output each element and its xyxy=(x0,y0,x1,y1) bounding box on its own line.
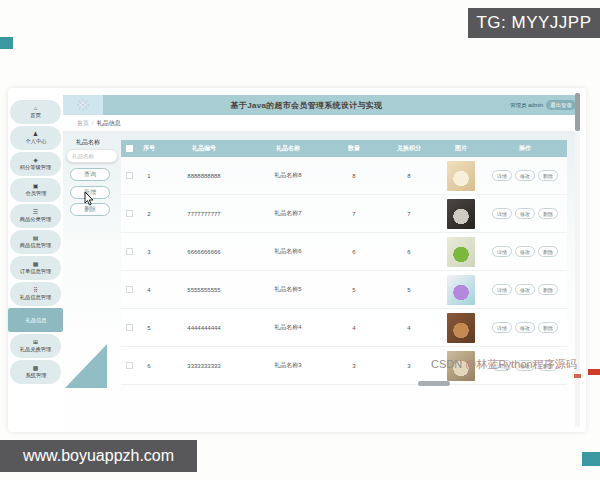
sidebar-item[interactable]: ⠿ 礼品信息管理 xyxy=(10,282,61,306)
sidebar-item-label: 礼品信息 xyxy=(25,317,46,324)
logged-in-user-label: 管理员 admin xyxy=(510,102,543,109)
gift-table: 序号 礼品编号 礼品名称 数量 兑换积分 图片 操作 1 8888888888 … xyxy=(121,140,567,385)
cell-gift-code: 5555555555 xyxy=(161,287,247,293)
row-checkbox[interactable] xyxy=(126,362,133,369)
member-icon: ▣ xyxy=(33,183,39,190)
mouse-cursor xyxy=(84,192,95,210)
vertical-scrollbar-thumb[interactable] xyxy=(575,93,580,131)
table-body: 1 8888888888 礼品名称8 8 8 详情修改删除 2 77777777… xyxy=(121,157,567,385)
row-detail-button[interactable]: 详情 xyxy=(492,208,512,219)
cell-index: 6 xyxy=(137,363,161,369)
row-delete-button[interactable]: 删除 xyxy=(538,284,558,295)
goods-icon: ▤ xyxy=(33,235,39,242)
cell-quantity: 8 xyxy=(329,173,379,179)
sidebar-item[interactable]: ▦ 订单信息管理 xyxy=(10,256,61,280)
sidebar-item[interactable]: ⌂ 首页 xyxy=(10,100,61,124)
table-header-row: 序号 礼品编号 礼品名称 数量 兑换积分 图片 操作 xyxy=(121,140,567,157)
cell-operations: 详情修改删除 xyxy=(483,246,567,257)
row-checkbox[interactable] xyxy=(126,172,133,179)
row-checkbox[interactable] xyxy=(126,248,133,255)
row-delete-button[interactable]: 删除 xyxy=(538,322,558,333)
sidebar-item-label: 积分等级管理 xyxy=(20,164,51,171)
points-level-icon: ◈ xyxy=(33,157,38,164)
horizontal-scrollbar-thumb[interactable] xyxy=(418,381,450,386)
logout-button[interactable]: 退出登录 xyxy=(546,100,576,110)
app-logo xyxy=(63,95,103,115)
cell-quantity: 4 xyxy=(329,325,379,331)
row-checkbox[interactable] xyxy=(126,210,133,217)
row-edit-button[interactable]: 修改 xyxy=(515,170,535,181)
gift-photo-dark-plate[interactable] xyxy=(447,199,475,229)
col-quantity: 数量 xyxy=(329,144,379,153)
col-gift-code: 礼品编号 xyxy=(161,144,247,153)
cell-index: 5 xyxy=(137,325,161,331)
cell-quantity: 3 xyxy=(329,363,379,369)
sidebar-item[interactable]: ▩ 系统管理 xyxy=(10,360,61,384)
breadcrumb-separator: / xyxy=(92,120,94,126)
row-checkbox[interactable] xyxy=(126,324,133,331)
cell-points: 5 xyxy=(379,287,439,293)
gift-photo-candle[interactable] xyxy=(447,161,475,191)
cell-points: 7 xyxy=(379,211,439,217)
select-all-checkbox[interactable] xyxy=(126,145,133,152)
page: TG: MYYJJPP ⌂ 首页 ♟ 个人中心 ◈ 积分等级管理 ▣ 会员管理 … xyxy=(0,0,600,480)
row-detail-button[interactable]: 详情 xyxy=(492,284,512,295)
col-image: 图片 xyxy=(439,144,483,153)
cell-gift-name: 礼品名称3 xyxy=(247,361,329,370)
sidebar-item-label: 首页 xyxy=(30,112,40,119)
row-detail-button[interactable]: 详情 xyxy=(492,246,512,257)
sidebar-item-label: 商品分类管理 xyxy=(20,216,51,223)
col-operations: 操作 xyxy=(483,144,567,153)
system-icon: ▩ xyxy=(33,365,39,372)
exchange-grid-icon: ⊞ xyxy=(33,339,38,346)
filter-label: 礼品名称 xyxy=(76,138,100,147)
gift-photo-purple-gem[interactable] xyxy=(447,275,475,305)
cell-gift-name: 礼品名称4 xyxy=(247,323,329,332)
row-checkbox[interactable] xyxy=(126,286,133,293)
order-icon: ▦ xyxy=(33,261,39,268)
cell-gift-code: 4444444444 xyxy=(161,325,247,331)
cell-gift-name: 礼品名称7 xyxy=(247,209,329,218)
cell-operations: 详情修改删除 xyxy=(483,284,567,295)
sidebar-item[interactable]: ♟ 个人中心 xyxy=(10,126,61,150)
table-row: 5 4444444444 礼品名称4 4 4 详情修改删除 xyxy=(121,309,567,347)
gift-name-search-input[interactable] xyxy=(66,149,118,163)
row-delete-button[interactable]: 删除 xyxy=(538,208,558,219)
sidebar-item[interactable]: ▤ 商品信息管理 xyxy=(10,230,61,254)
watermark-red-mark-small xyxy=(574,374,581,378)
cell-points: 8 xyxy=(379,173,439,179)
cell-operations: 详情修改删除 xyxy=(483,208,567,219)
breadcrumb: 首页 / 礼品信息 xyxy=(63,115,580,132)
sidebar-item-label: 商品信息管理 xyxy=(20,242,51,249)
sidebar-item[interactable]: ⊞ 礼品兑换管理 xyxy=(10,334,61,358)
query-button[interactable]: 查询 xyxy=(70,168,110,181)
cell-operations: 详情修改删除 xyxy=(483,170,567,181)
row-edit-button[interactable]: 修改 xyxy=(515,246,535,257)
watermark-red-mark xyxy=(588,369,600,375)
sidebar-item[interactable]: ▣ 会员管理 xyxy=(10,178,61,202)
row-detail-button[interactable]: 详情 xyxy=(492,322,512,333)
gift-grid-icon: ⠿ xyxy=(33,287,37,294)
breadcrumb-home[interactable]: 首页 xyxy=(77,119,89,128)
cell-gift-code: 7777777777 xyxy=(161,211,247,217)
gift-photo-green-cup[interactable] xyxy=(447,237,475,267)
row-edit-button[interactable]: 修改 xyxy=(515,208,535,219)
cell-index: 4 xyxy=(137,287,161,293)
table-row: 3 6666666666 礼品名称6 6 6 详情修改删除 xyxy=(121,233,567,271)
row-detail-button[interactable]: 详情 xyxy=(492,170,512,181)
content-area: 礼品名称 查询 新增 删除 序号 礼品编号 礼品名称 数量 兑换积分 图片 操作… xyxy=(63,132,580,432)
row-delete-button[interactable]: 删除 xyxy=(538,246,558,257)
sidebar-item[interactable]: ☰ 商品分类管理 xyxy=(10,204,61,228)
gift-photo-store-shelf[interactable] xyxy=(447,313,475,343)
cell-index: 2 xyxy=(137,211,161,217)
sidebar-item-label: 系统管理 xyxy=(25,372,46,379)
sidebar-item[interactable]: ◈ 积分等级管理 xyxy=(10,152,61,176)
row-edit-button[interactable]: 修改 xyxy=(515,284,535,295)
star-flower-icon xyxy=(76,98,90,112)
row-edit-button[interactable]: 修改 xyxy=(515,322,535,333)
cell-gift-code: 3333333333 xyxy=(161,363,247,369)
sidebar-item-label: 会员管理 xyxy=(25,190,46,197)
row-delete-button[interactable]: 删除 xyxy=(538,170,558,181)
sidebar-item-current[interactable]: 礼品信息 xyxy=(8,308,63,332)
teal-square-bottomright xyxy=(582,452,600,466)
